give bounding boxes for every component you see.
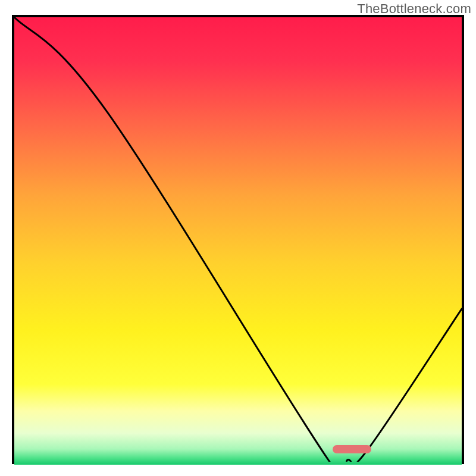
chart-curve xyxy=(14,17,462,462)
chart-plot-area xyxy=(12,15,464,464)
optimum-bar xyxy=(333,445,371,453)
